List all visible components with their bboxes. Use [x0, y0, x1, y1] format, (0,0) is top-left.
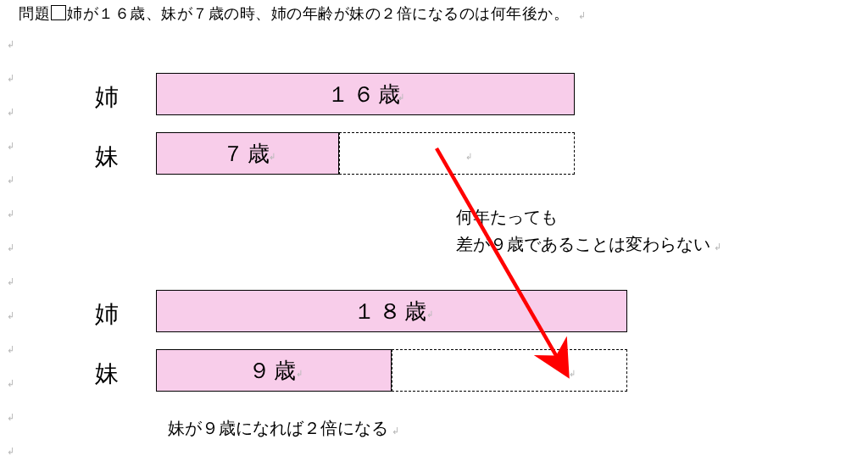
bottom-note: 妹が９歳になれば２倍になる↲: [168, 417, 399, 440]
label-elder-bottom: 姉: [95, 298, 119, 331]
svg-line-0: [437, 148, 564, 369]
enter-mark-icon: ↲: [7, 310, 14, 321]
enter-mark-icon: ↲: [7, 141, 14, 152]
enter-mark-icon: ↲: [7, 276, 14, 287]
enter-mark-icon: ↲: [714, 242, 721, 252]
enter-mark-icon: ↲: [7, 209, 14, 220]
enter-mark-icon: ↲: [569, 369, 576, 378]
enter-mark-icon: ↲: [465, 152, 472, 161]
bar-elder-top-text: １６歳: [157, 80, 574, 109]
enter-mark-icon: ↲: [426, 309, 433, 319]
enter-mark-icon: ↲: [7, 242, 14, 253]
bar-younger-bottom: ９歳 ↲: [156, 349, 392, 392]
enter-mark-icon: ↲: [7, 107, 14, 118]
enter-mark-icon: ↲: [7, 378, 14, 389]
label-younger-top: 妹: [95, 141, 119, 173]
enter-mark-icon: ↲: [7, 73, 14, 84]
enter-mark-icon: ↲: [578, 10, 587, 20]
problem-prefix: 問題: [19, 5, 50, 22]
note-block: 何年たっても 差が９歳であることは変わらない↲: [456, 203, 721, 258]
enter-mark-icon: ↲: [296, 369, 303, 378]
bar-younger-top-dashed: ↲: [339, 132, 575, 175]
enter-mark-icon: ↲: [7, 412, 14, 423]
bar-elder-bottom: １８歳 ↲: [156, 290, 627, 332]
bar-younger-bottom-dashed: ↲: [392, 349, 627, 392]
enter-mark-icon: ↲: [7, 39, 14, 50]
bar-elder-top: １６歳 ↲: [156, 73, 575, 115]
enter-mark-icon: ↲: [7, 344, 14, 355]
blank-box-icon: [51, 5, 66, 20]
enter-mark-icon: ↲: [7, 175, 14, 186]
note-line2: 差が９歳であることは変わらない: [456, 235, 710, 253]
enter-mark-icon: ↲: [7, 446, 14, 456]
label-younger-bottom: 妹: [95, 358, 119, 390]
problem-text: 姉が１６歳、妹が７歳の時、姉の年齢が妹の２倍になるのは何年後か。: [67, 5, 569, 22]
enter-mark-icon: ↲: [398, 92, 404, 102]
note-line1: 何年たっても: [456, 203, 721, 231]
bar-younger-bottom-text: ９歳: [157, 356, 391, 386]
bar-younger-top-text: ７歳: [157, 139, 338, 169]
enter-mark-icon: ↲: [392, 425, 399, 436]
bar-elder-bottom-text: １８歳: [157, 297, 626, 326]
label-elder-top: 姉: [95, 81, 119, 114]
problem-line: 問題姉が１６歳、妹が７歳の時、姉の年齢が妹の２倍になるのは何年後か。 ↲: [19, 3, 587, 24]
bottom-note-text: 妹が９歳になれば２倍になる: [168, 419, 388, 437]
bar-younger-top: ７歳 ↲: [156, 132, 339, 175]
enter-mark-icon: ↲: [269, 152, 275, 161]
